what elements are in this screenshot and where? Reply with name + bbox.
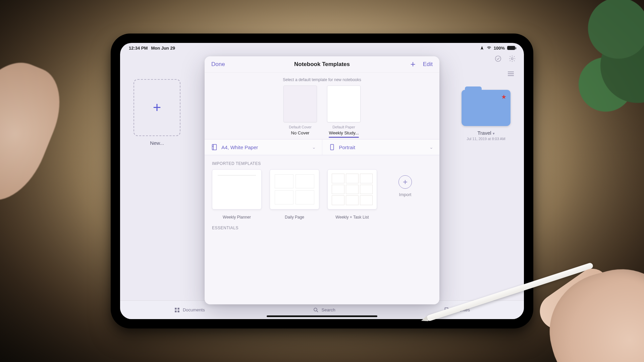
- search-icon: [313, 307, 319, 313]
- svg-rect-2: [175, 308, 176, 309]
- add-template-button[interactable]: +: [411, 61, 416, 67]
- notebook-templates-sheet: Done Notebook Templates + Edit Select a …: [205, 56, 439, 304]
- imported-templates-row: Weekly Planner Daily Page Weekly + Task …: [205, 169, 439, 220]
- settings-gear-icon[interactable]: [508, 55, 516, 64]
- home-indicator[interactable]: [267, 315, 377, 317]
- ipad-screen: 12:34 PM Mon Jun 29 100% + New...: [120, 43, 524, 319]
- ipad-device: 12:34 PM Mon Jun 29 100% + New...: [111, 34, 533, 328]
- battery-icon: [507, 46, 515, 50]
- select-icon[interactable]: [494, 55, 502, 64]
- status-bar: 12:34 PM Mon Jun 29 100%: [120, 43, 524, 53]
- paper-size-icon: [211, 143, 218, 151]
- default-paper-card[interactable]: Default Paper Weekly Study...: [327, 85, 361, 136]
- defaults-hint: Select a default template for new notebo…: [205, 77, 439, 82]
- template-weekly-task-list[interactable]: Weekly + Task List: [327, 169, 377, 220]
- status-date: Mon Jun 29: [151, 46, 175, 51]
- chevron-down-icon: ⌄: [312, 144, 316, 150]
- folder-travel[interactable]: ★: [462, 90, 511, 126]
- default-cover-card[interactable]: Default Cover No Cover: [283, 85, 317, 136]
- svg-rect-8: [330, 144, 333, 150]
- documents-icon: [174, 307, 180, 313]
- import-template-card[interactable]: + Import: [385, 169, 425, 197]
- selector-row: A4, White Paper ⌄ Portrait ⌄: [205, 139, 439, 155]
- imported-templates-heading: IMPORTED TEMPLATES: [205, 155, 439, 169]
- default-cover-value: No Cover: [291, 130, 310, 135]
- sheet-header: Done Notebook Templates + Edit: [205, 56, 439, 73]
- defaults-section: Select a default template for new notebo…: [205, 73, 439, 139]
- svg-rect-7: [212, 144, 217, 150]
- orientation-icon: [328, 143, 336, 151]
- new-notebook-label: New...: [133, 140, 180, 146]
- edit-button[interactable]: Edit: [423, 61, 433, 68]
- star-icon: ★: [501, 93, 506, 101]
- plant-decor: [517, 0, 644, 188]
- wifi-icon: [487, 46, 491, 50]
- svg-rect-4: [175, 310, 176, 312]
- template-daily-page[interactable]: Daily Page: [270, 169, 319, 220]
- folder-travel-meta: Jul 11, 2019 at 8:03 AM: [462, 137, 511, 141]
- default-paper-caption: Default Paper: [327, 125, 361, 129]
- essentials-heading: ESSENTIALS: [205, 220, 439, 234]
- template-label: Weekly + Task List: [327, 215, 377, 220]
- paper-size-label: A4, White Paper: [221, 144, 258, 150]
- template-label: Weekly Planner: [212, 215, 262, 220]
- orientation-label: Portrait: [339, 144, 355, 150]
- orientation-selector[interactable]: Portrait ⌄: [322, 139, 440, 155]
- location-icon: [480, 46, 484, 50]
- sheet-title: Notebook Templates: [294, 61, 350, 68]
- chevron-down-icon: ⌄: [429, 144, 433, 150]
- import-label: Import: [399, 192, 412, 197]
- status-time: 12:34 PM: [129, 46, 148, 51]
- default-paper-thumb: [327, 85, 361, 122]
- folder-travel-label: Travel▾ Jul 11, 2019 at 8:03 AM: [462, 130, 511, 141]
- view-toggle-icon[interactable]: [507, 71, 515, 78]
- template-thumb: [212, 169, 262, 209]
- chevron-down-icon: ▾: [493, 131, 495, 135]
- done-button[interactable]: Done: [211, 61, 225, 68]
- tab-documents[interactable]: Documents: [174, 307, 205, 313]
- left-hand: [0, 49, 73, 213]
- default-cover-caption: Default Cover: [283, 125, 317, 129]
- svg-point-0: [495, 56, 501, 62]
- paper-size-selector[interactable]: A4, White Paper ⌄: [205, 139, 322, 155]
- bookmark-icon: [443, 307, 449, 313]
- battery-percent: 100%: [494, 46, 505, 51]
- svg-rect-3: [177, 308, 179, 309]
- import-plus-icon: +: [398, 175, 412, 189]
- template-thumb: [327, 169, 377, 209]
- template-weekly-planner[interactable]: Weekly Planner: [212, 169, 262, 220]
- tab-search[interactable]: Search: [313, 307, 335, 313]
- plus-icon: +: [153, 100, 161, 116]
- template-label: Daily Page: [270, 215, 319, 220]
- new-notebook-card[interactable]: +: [133, 79, 180, 136]
- default-paper-value: Weekly Study...: [329, 130, 359, 135]
- svg-point-1: [511, 58, 513, 60]
- template-thumb: [270, 169, 319, 209]
- tab-favorites[interactable]: Favorites: [443, 307, 470, 313]
- default-cover-thumb: [283, 85, 317, 122]
- svg-point-6: [314, 308, 317, 311]
- svg-rect-5: [177, 310, 179, 312]
